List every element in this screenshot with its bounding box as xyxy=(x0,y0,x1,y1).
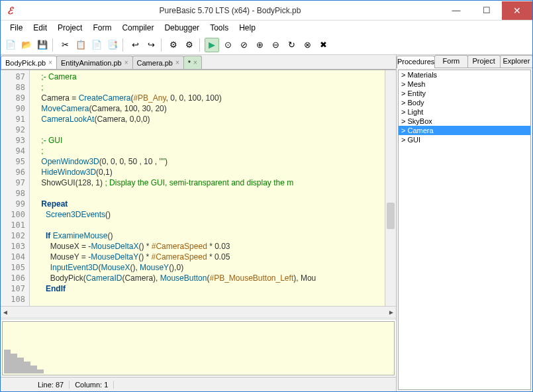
dup-icon: 📑 xyxy=(107,40,118,50)
status-column: Column: 1 xyxy=(70,381,114,389)
output-panel xyxy=(1,317,396,377)
step-over-button[interactable]: ⊙ xyxy=(220,38,235,52)
procedure-item[interactable]: > GUI xyxy=(399,135,530,144)
step-into-button[interactable]: ⊘ xyxy=(236,38,251,52)
procedure-item[interactable]: > Body xyxy=(399,98,530,107)
toolbar: 📄📂💾✂📋📄📑↩↪⚙⚙▶⊙⊘⊕⊖↻⊗✖ xyxy=(1,35,532,55)
menu-edit[interactable]: Edit xyxy=(28,22,52,34)
procedure-item[interactable]: > Light xyxy=(399,107,530,117)
copy-icon: 📋 xyxy=(75,40,86,50)
step-forward-button[interactable]: ⊕ xyxy=(252,38,267,52)
line-gutter: 87 88 89 90 91 92 93 94 95 96 97 98 99 1… xyxy=(1,70,30,306)
new-file-icon: 📄 xyxy=(5,40,16,50)
file-tabs: BodyPick.pb×EntityAnimation.pb×Camera.pb… xyxy=(1,55,396,70)
sidepanel-tab-procedures[interactable]: Procedures xyxy=(397,56,435,68)
save-file-icon: 💾 xyxy=(37,40,48,50)
tab-file[interactable]: BodyPick.pb× xyxy=(1,56,57,69)
side-panel: ProceduresFormProjectExplorer > Material… xyxy=(397,55,532,391)
menu-project[interactable]: Project xyxy=(52,22,87,34)
menu-help[interactable]: Help xyxy=(234,22,261,34)
redo-icon: ↪ xyxy=(148,40,155,50)
dup-button[interactable]: 📑 xyxy=(105,38,120,52)
tab-label: EntityAnimation.pb xyxy=(61,59,122,67)
procedure-item[interactable]: > Mesh xyxy=(399,79,530,89)
resize-grip-icon xyxy=(4,350,44,373)
procedures-list[interactable]: > Materials> Mesh> Entity> Body> Light> … xyxy=(398,70,531,390)
menu-form[interactable]: Form xyxy=(87,22,117,34)
restart-button[interactable]: ↻ xyxy=(284,38,299,52)
statusbar: Line: 87 Column: 1 xyxy=(1,377,396,391)
output-panel-content[interactable] xyxy=(2,321,395,375)
close-button[interactable]: ✕ xyxy=(502,1,532,20)
restart-icon: ↻ xyxy=(288,40,295,50)
run-icon: ▶ xyxy=(209,40,215,50)
vertical-scrollbar[interactable] xyxy=(385,70,396,306)
side-panel-tabs: ProceduresFormProjectExplorer xyxy=(397,55,532,68)
window-title: PureBasic 5.70 LTS (x64) - BodyPick.pb xyxy=(19,6,441,15)
step-forward-icon: ⊕ xyxy=(256,40,264,50)
cancel-icon: ✖ xyxy=(320,40,327,50)
menu-compiler[interactable]: Compiler xyxy=(117,22,159,34)
step-back-icon: ⊖ xyxy=(272,40,279,50)
sidepanel-tab-explorer[interactable]: Explorer xyxy=(500,55,533,68)
new-file-button[interactable]: 📄 xyxy=(3,38,18,52)
copy-button[interactable]: 📋 xyxy=(73,38,88,52)
procedure-item[interactable]: > Materials xyxy=(399,70,530,79)
menubar: FileEditProjectFormCompilerDebuggerTools… xyxy=(1,21,532,35)
step-back-button[interactable]: ⊖ xyxy=(268,38,283,52)
stop-icon: ⊗ xyxy=(304,40,311,50)
open-file-button[interactable]: 📂 xyxy=(19,38,34,52)
scrollbar-thumb[interactable] xyxy=(387,203,395,229)
run-button[interactable]: ▶ xyxy=(205,38,219,52)
step-over-icon: ⊙ xyxy=(224,40,232,50)
horizontal-scrollbar[interactable]: ◄► xyxy=(1,306,396,317)
paste-button[interactable]: 📄 xyxy=(89,38,104,52)
tab-close-icon[interactable]: × xyxy=(124,59,128,66)
save-file-button[interactable]: 💾 xyxy=(35,38,50,52)
tab-file[interactable]: *× xyxy=(183,56,202,69)
buildopt-icon: ⚙ xyxy=(185,40,193,50)
cut-icon: ✂ xyxy=(62,40,69,50)
procedure-item[interactable]: > Entity xyxy=(399,89,530,98)
build-button[interactable]: ⚙ xyxy=(166,38,181,52)
procedure-item[interactable]: > SkyBox xyxy=(399,117,530,126)
tab-close-icon[interactable]: × xyxy=(48,59,52,66)
app-icon: ℰ xyxy=(1,5,19,16)
titlebar: ℰ PureBasic 5.70 LTS (x64) - BodyPick.pb… xyxy=(1,1,532,21)
undo-icon: ↩ xyxy=(132,40,139,50)
tab-label: Camera.pb xyxy=(137,59,173,67)
paste-icon: 📄 xyxy=(91,40,102,50)
cancel-button[interactable]: ✖ xyxy=(316,38,330,52)
sidepanel-tab-project[interactable]: Project xyxy=(467,55,501,68)
tab-label: BodyPick.pb xyxy=(5,59,46,67)
menu-debugger[interactable]: Debugger xyxy=(159,22,205,34)
sidepanel-tab-form[interactable]: Form xyxy=(434,55,467,68)
tab-close-icon[interactable]: × xyxy=(193,59,197,66)
step-into-icon: ⊘ xyxy=(240,40,248,50)
tab-file[interactable]: Camera.pb× xyxy=(132,56,184,69)
build-icon: ⚙ xyxy=(170,40,177,50)
buildopt-button[interactable]: ⚙ xyxy=(182,38,197,52)
menu-file[interactable]: File xyxy=(5,22,28,34)
tab-file[interactable]: EntityAnimation.pb× xyxy=(56,56,133,69)
tab-label: * xyxy=(188,59,191,67)
menu-tools[interactable]: Tools xyxy=(205,22,234,34)
redo-button[interactable]: ↪ xyxy=(144,38,158,52)
code-editor[interactable]: ;- Camera ; Camera = CreateCamera(#PB_An… xyxy=(30,70,385,306)
minimize-button[interactable]: — xyxy=(441,1,471,20)
cut-button[interactable]: ✂ xyxy=(58,38,72,52)
undo-button[interactable]: ↩ xyxy=(128,38,142,52)
status-line: Line: 87 xyxy=(32,381,70,389)
procedure-item[interactable]: > Camera xyxy=(399,126,530,135)
maximize-button[interactable]: ☐ xyxy=(471,1,502,20)
open-file-icon: 📂 xyxy=(21,40,32,50)
tab-close-icon[interactable]: × xyxy=(175,59,179,66)
stop-button[interactable]: ⊗ xyxy=(300,38,315,52)
